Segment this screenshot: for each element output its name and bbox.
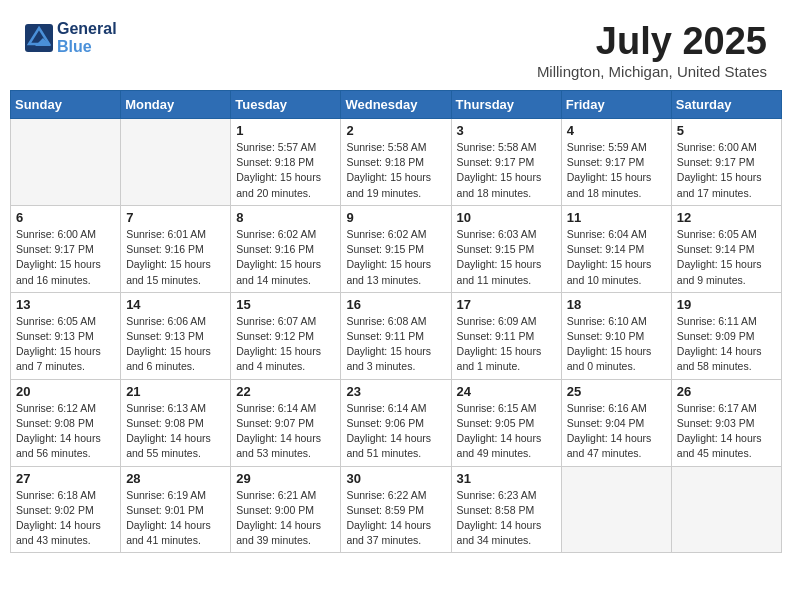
calendar-cell: 28Sunrise: 6:19 AM Sunset: 9:01 PM Dayli… xyxy=(121,466,231,553)
calendar-cell xyxy=(671,466,781,553)
page-header: General Blue July 2025 Millington, Michi… xyxy=(10,10,782,85)
day-number: 26 xyxy=(677,384,776,399)
calendar-cell: 10Sunrise: 6:03 AM Sunset: 9:15 PM Dayli… xyxy=(451,205,561,292)
day-info: Sunrise: 6:16 AM Sunset: 9:04 PM Dayligh… xyxy=(567,401,666,462)
day-info: Sunrise: 6:12 AM Sunset: 9:08 PM Dayligh… xyxy=(16,401,115,462)
day-info: Sunrise: 6:00 AM Sunset: 9:17 PM Dayligh… xyxy=(16,227,115,288)
calendar-cell: 1Sunrise: 5:57 AM Sunset: 9:18 PM Daylig… xyxy=(231,119,341,206)
day-number: 25 xyxy=(567,384,666,399)
day-info: Sunrise: 6:05 AM Sunset: 9:13 PM Dayligh… xyxy=(16,314,115,375)
day-info: Sunrise: 6:22 AM Sunset: 8:59 PM Dayligh… xyxy=(346,488,445,549)
day-info: Sunrise: 6:02 AM Sunset: 9:16 PM Dayligh… xyxy=(236,227,335,288)
calendar-cell xyxy=(121,119,231,206)
day-number: 1 xyxy=(236,123,335,138)
calendar-cell: 8Sunrise: 6:02 AM Sunset: 9:16 PM Daylig… xyxy=(231,205,341,292)
weekday-header-friday: Friday xyxy=(561,91,671,119)
day-number: 12 xyxy=(677,210,776,225)
day-info: Sunrise: 6:00 AM Sunset: 9:17 PM Dayligh… xyxy=(677,140,776,201)
month-title: July 2025 xyxy=(537,20,767,63)
day-number: 16 xyxy=(346,297,445,312)
weekday-header-thursday: Thursday xyxy=(451,91,561,119)
calendar-cell: 21Sunrise: 6:13 AM Sunset: 9:08 PM Dayli… xyxy=(121,379,231,466)
weekday-header-tuesday: Tuesday xyxy=(231,91,341,119)
calendar-cell: 13Sunrise: 6:05 AM Sunset: 9:13 PM Dayli… xyxy=(11,292,121,379)
day-info: Sunrise: 6:04 AM Sunset: 9:14 PM Dayligh… xyxy=(567,227,666,288)
day-info: Sunrise: 6:01 AM Sunset: 9:16 PM Dayligh… xyxy=(126,227,225,288)
weekday-header-sunday: Sunday xyxy=(11,91,121,119)
day-info: Sunrise: 6:21 AM Sunset: 9:00 PM Dayligh… xyxy=(236,488,335,549)
week-row-1: 1Sunrise: 5:57 AM Sunset: 9:18 PM Daylig… xyxy=(11,119,782,206)
day-info: Sunrise: 6:11 AM Sunset: 9:09 PM Dayligh… xyxy=(677,314,776,375)
day-number: 11 xyxy=(567,210,666,225)
week-row-5: 27Sunrise: 6:18 AM Sunset: 9:02 PM Dayli… xyxy=(11,466,782,553)
calendar-cell: 20Sunrise: 6:12 AM Sunset: 9:08 PM Dayli… xyxy=(11,379,121,466)
day-number: 7 xyxy=(126,210,225,225)
day-info: Sunrise: 6:02 AM Sunset: 9:15 PM Dayligh… xyxy=(346,227,445,288)
week-row-2: 6Sunrise: 6:00 AM Sunset: 9:17 PM Daylig… xyxy=(11,205,782,292)
week-row-4: 20Sunrise: 6:12 AM Sunset: 9:08 PM Dayli… xyxy=(11,379,782,466)
day-info: Sunrise: 6:08 AM Sunset: 9:11 PM Dayligh… xyxy=(346,314,445,375)
calendar-cell: 19Sunrise: 6:11 AM Sunset: 9:09 PM Dayli… xyxy=(671,292,781,379)
day-number: 22 xyxy=(236,384,335,399)
day-number: 6 xyxy=(16,210,115,225)
day-number: 10 xyxy=(457,210,556,225)
weekday-header-saturday: Saturday xyxy=(671,91,781,119)
calendar-cell: 15Sunrise: 6:07 AM Sunset: 9:12 PM Dayli… xyxy=(231,292,341,379)
day-number: 18 xyxy=(567,297,666,312)
calendar-cell: 11Sunrise: 6:04 AM Sunset: 9:14 PM Dayli… xyxy=(561,205,671,292)
weekday-header-monday: Monday xyxy=(121,91,231,119)
day-number: 23 xyxy=(346,384,445,399)
calendar-cell: 6Sunrise: 6:00 AM Sunset: 9:17 PM Daylig… xyxy=(11,205,121,292)
day-number: 13 xyxy=(16,297,115,312)
day-info: Sunrise: 6:06 AM Sunset: 9:13 PM Dayligh… xyxy=(126,314,225,375)
calendar-cell: 22Sunrise: 6:14 AM Sunset: 9:07 PM Dayli… xyxy=(231,379,341,466)
calendar-cell: 26Sunrise: 6:17 AM Sunset: 9:03 PM Dayli… xyxy=(671,379,781,466)
calendar-cell: 3Sunrise: 5:58 AM Sunset: 9:17 PM Daylig… xyxy=(451,119,561,206)
day-number: 28 xyxy=(126,471,225,486)
calendar-cell: 18Sunrise: 6:10 AM Sunset: 9:10 PM Dayli… xyxy=(561,292,671,379)
day-number: 19 xyxy=(677,297,776,312)
day-info: Sunrise: 6:05 AM Sunset: 9:14 PM Dayligh… xyxy=(677,227,776,288)
day-info: Sunrise: 6:15 AM Sunset: 9:05 PM Dayligh… xyxy=(457,401,556,462)
calendar-cell: 4Sunrise: 5:59 AM Sunset: 9:17 PM Daylig… xyxy=(561,119,671,206)
day-number: 27 xyxy=(16,471,115,486)
day-info: Sunrise: 5:58 AM Sunset: 9:18 PM Dayligh… xyxy=(346,140,445,201)
logo-icon xyxy=(25,24,53,52)
weekday-header-row: SundayMondayTuesdayWednesdayThursdayFrid… xyxy=(11,91,782,119)
logo-text: General Blue xyxy=(57,20,117,56)
day-number: 8 xyxy=(236,210,335,225)
calendar-cell: 14Sunrise: 6:06 AM Sunset: 9:13 PM Dayli… xyxy=(121,292,231,379)
day-number: 20 xyxy=(16,384,115,399)
day-info: Sunrise: 5:59 AM Sunset: 9:17 PM Dayligh… xyxy=(567,140,666,201)
day-info: Sunrise: 6:03 AM Sunset: 9:15 PM Dayligh… xyxy=(457,227,556,288)
day-info: Sunrise: 6:10 AM Sunset: 9:10 PM Dayligh… xyxy=(567,314,666,375)
calendar-cell: 30Sunrise: 6:22 AM Sunset: 8:59 PM Dayli… xyxy=(341,466,451,553)
calendar-cell xyxy=(11,119,121,206)
day-number: 2 xyxy=(346,123,445,138)
day-number: 5 xyxy=(677,123,776,138)
day-info: Sunrise: 6:07 AM Sunset: 9:12 PM Dayligh… xyxy=(236,314,335,375)
day-number: 21 xyxy=(126,384,225,399)
calendar-cell: 27Sunrise: 6:18 AM Sunset: 9:02 PM Dayli… xyxy=(11,466,121,553)
day-number: 14 xyxy=(126,297,225,312)
calendar-cell: 24Sunrise: 6:15 AM Sunset: 9:05 PM Dayli… xyxy=(451,379,561,466)
day-info: Sunrise: 6:19 AM Sunset: 9:01 PM Dayligh… xyxy=(126,488,225,549)
calendar-cell: 23Sunrise: 6:14 AM Sunset: 9:06 PM Dayli… xyxy=(341,379,451,466)
calendar-cell: 9Sunrise: 6:02 AM Sunset: 9:15 PM Daylig… xyxy=(341,205,451,292)
day-info: Sunrise: 6:14 AM Sunset: 9:07 PM Dayligh… xyxy=(236,401,335,462)
calendar-cell: 7Sunrise: 6:01 AM Sunset: 9:16 PM Daylig… xyxy=(121,205,231,292)
day-number: 15 xyxy=(236,297,335,312)
calendar-cell: 12Sunrise: 6:05 AM Sunset: 9:14 PM Dayli… xyxy=(671,205,781,292)
calendar-cell: 31Sunrise: 6:23 AM Sunset: 8:58 PM Dayli… xyxy=(451,466,561,553)
day-number: 30 xyxy=(346,471,445,486)
logo: General Blue xyxy=(25,20,117,56)
calendar-cell: 16Sunrise: 6:08 AM Sunset: 9:11 PM Dayli… xyxy=(341,292,451,379)
day-number: 29 xyxy=(236,471,335,486)
calendar-table: SundayMondayTuesdayWednesdayThursdayFrid… xyxy=(10,90,782,553)
day-info: Sunrise: 6:18 AM Sunset: 9:02 PM Dayligh… xyxy=(16,488,115,549)
location: Millington, Michigan, United States xyxy=(537,63,767,80)
calendar-cell: 17Sunrise: 6:09 AM Sunset: 9:11 PM Dayli… xyxy=(451,292,561,379)
day-info: Sunrise: 6:23 AM Sunset: 8:58 PM Dayligh… xyxy=(457,488,556,549)
day-number: 31 xyxy=(457,471,556,486)
day-info: Sunrise: 6:14 AM Sunset: 9:06 PM Dayligh… xyxy=(346,401,445,462)
